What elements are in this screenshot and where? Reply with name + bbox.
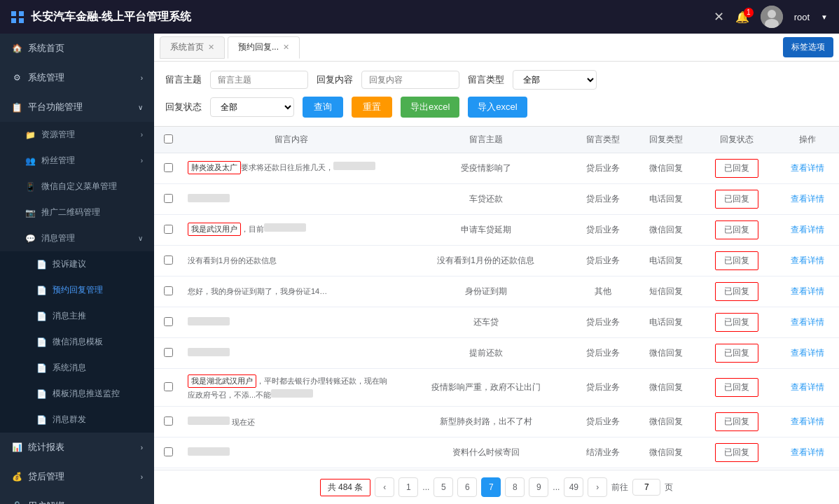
cell-content-2: 我是武汉用户，目前 [182, 215, 401, 246]
sidebar-item-wechat-menu[interactable]: 📱 微信自定义菜单管理 [0, 174, 154, 200]
sidebar-item-msg-host[interactable]: 📄 消息主推 [11, 303, 154, 329]
user-name[interactable]: root [794, 12, 810, 22]
row-checkbox-5[interactable] [164, 317, 173, 326]
view-detail-link-8[interactable]: 查看详情 [791, 416, 824, 426]
prev-page-button[interactable]: ‹ [375, 477, 394, 497]
view-detail-link-2[interactable]: 查看详情 [791, 225, 824, 234]
tags-select-button[interactable]: 标签选项 [783, 37, 833, 57]
type-select[interactable]: 全部 贷后业务 其他 结清业务 [513, 70, 597, 90]
cell-reply-type-5: 电话回复 [635, 307, 698, 338]
tab-reply-close[interactable]: ✕ [283, 43, 289, 52]
stats-icon: 📊 [11, 442, 22, 452]
sidebar-item-sys-msg[interactable]: 📄 系统消息 [11, 355, 154, 381]
row-checkbox-1[interactable] [164, 194, 173, 203]
view-detail-link-5[interactable]: 查看详情 [791, 317, 824, 327]
sidebar-item-home[interactable]: 🏠 系统首页 [0, 34, 154, 63]
app-header: 长安汽车金融-线上平台管理系统 ✕ 🔔 1 root ▼ [0, 0, 839, 34]
page-btn-5[interactable]: 5 [434, 477, 453, 497]
sidebar-item-loan[interactable]: 💰 贷后管理 › [0, 462, 154, 491]
tab-home[interactable]: 系统首页 ✕ [160, 36, 225, 59]
view-detail-link-4[interactable]: 查看详情 [791, 286, 824, 296]
row-checkbox-0[interactable] [164, 163, 173, 172]
row-checkbox-6[interactable] [164, 348, 173, 357]
row-checkbox-3[interactable] [164, 255, 173, 265]
tab-reply[interactable]: 预约回复... ✕ [228, 36, 300, 59]
page-btn-6[interactable]: 6 [457, 477, 477, 497]
sidebar-item-resource[interactable]: 📁 资源管理 › [0, 122, 154, 148]
user-dropdown-icon[interactable]: ▼ [821, 13, 828, 21]
sidebar-item-reply-mgmt[interactable]: 📄 预约回复管理 [11, 277, 154, 303]
cell-reply-type-3: 电话回复 [635, 246, 698, 276]
page-btn-1[interactable]: 1 [398, 477, 418, 497]
view-detail-link-9[interactable]: 查看详情 [791, 447, 824, 457]
platform-icon: 📋 [11, 102, 22, 113]
chevron-right-icon: › [141, 74, 143, 82]
page-btn-7[interactable]: 7 [481, 477, 501, 497]
page-btn-49[interactable]: 49 [564, 477, 583, 497]
row-checkbox-2[interactable] [164, 225, 173, 234]
import-excel-button[interactable]: 导入excel [468, 97, 527, 118]
view-detail-link-7[interactable]: 查看详情 [791, 382, 824, 392]
cell-msg-type-2: 贷后业务 [571, 215, 635, 246]
sidebar-item-user-unlock[interactable]: 🔓 用户解绑 [0, 491, 154, 504]
query-button[interactable]: 查询 [303, 97, 343, 118]
view-detail-link-6[interactable]: 查看详情 [791, 348, 824, 358]
cell-action-4: 查看详情 [775, 276, 839, 307]
status-select[interactable]: 全部 已回复 未回复 [210, 97, 294, 117]
view-detail-link-0[interactable]: 查看详情 [791, 163, 824, 173]
table-area: 留言内容 留言主题 留言类型 回复类型 回复状态 操作 肺炎波及太广要求将还款日… [154, 127, 839, 470]
select-all-checkbox[interactable] [164, 134, 173, 144]
row-checkbox-9[interactable] [164, 447, 173, 456]
row-checkbox-4[interactable] [164, 286, 173, 295]
page-btn-9[interactable]: 9 [529, 477, 548, 497]
gear-icon: ⚙ [11, 73, 22, 83]
cell-reply-type-6: 微信回复 [635, 338, 698, 369]
content-text-0: 要求将还款日往后推几天， [241, 163, 333, 172]
page-jump-input[interactable] [632, 479, 660, 496]
message-icon: 💬 [25, 234, 36, 244]
export-excel-button[interactable]: 导出excel [401, 97, 459, 118]
blurred-content-0 [333, 162, 375, 170]
cell-subject-6: 提前还款 [401, 338, 571, 369]
sidebar-item-stats[interactable]: 📊 统计报表 › [0, 433, 154, 462]
content-text-2: ，目前 [241, 225, 264, 233]
sidebar-item-message[interactable]: 💬 消息管理 ∨ [0, 225, 154, 251]
subject-label: 留言主题 [165, 74, 202, 86]
sidebar-item-msg-mass[interactable]: 📄 消息群发 [11, 407, 154, 433]
next-page-button[interactable]: › [588, 477, 607, 497]
sidebar-item-wechat-tpl[interactable]: 📄 微信消息模板 [11, 329, 154, 355]
content-text-4: 您好，我的身份证到期了，我身份证14010...1323 [188, 286, 328, 297]
tabs-list: 系统首页 ✕ 预约回复... ✕ [160, 36, 300, 59]
row-checkbox-7[interactable] [164, 382, 173, 391]
subject-input[interactable] [210, 71, 308, 89]
sidebar-item-qrcode[interactable]: 📷 推广二维码管理 [0, 200, 154, 225]
view-detail-link-1[interactable]: 查看详情 [791, 194, 824, 204]
sidebar-item-sys-mgmt[interactable]: ⚙ 系统管理 › [0, 63, 154, 92]
page-jump: 前往 页 [611, 479, 673, 496]
reset-button[interactable]: 重置 [352, 97, 392, 118]
sidebar-group-header-platform[interactable]: 📋 平台功能管理 ∨ [0, 92, 154, 122]
page-btn-8[interactable]: 8 [505, 477, 525, 497]
dots-2: ... [553, 482, 560, 492]
bell-icon[interactable]: 🔔 1 [735, 10, 749, 24]
sidebar-item-tpl-monitor[interactable]: 📄 模板消息推送监控 [11, 381, 154, 407]
status-badge-2: 已回复 [715, 220, 758, 239]
close-icon[interactable]: ✕ [714, 9, 724, 24]
row-checkbox-8[interactable] [164, 416, 173, 426]
sidebar-item-fans[interactable]: 👥 粉丝管理 › [0, 148, 154, 174]
cell-reply-type-8: 微信回复 [635, 407, 698, 438]
main-content: 系统首页 ✕ 预约回复... ✕ 标签选项 留言主题 回复内容 留言类型 全部 [154, 34, 839, 504]
complaint-icon: 📄 [36, 260, 47, 270]
tab-home-close[interactable]: ✕ [208, 43, 214, 52]
cell-status-0: 已回复 [698, 153, 776, 184]
blurred-content-5 [188, 317, 230, 326]
content-input[interactable] [361, 71, 459, 89]
col-action: 操作 [775, 127, 839, 153]
cell-reply-type-1: 电话回复 [635, 184, 698, 215]
table-row: 肺炎波及太广要求将还款日往后推几天，受疫情影响了贷后业务微信回复已回复查看详情 [154, 153, 839, 184]
cell-msg-type-3: 贷后业务 [571, 246, 635, 276]
table-row: 我是武汉用户，目前申请车贷延期贷后业务微信回复已回复查看详情 [154, 215, 839, 246]
avatar[interactable] [761, 6, 783, 28]
view-detail-link-3[interactable]: 查看详情 [791, 255, 824, 265]
sidebar-item-complaint[interactable]: 📄 投诉建议 [11, 251, 154, 277]
